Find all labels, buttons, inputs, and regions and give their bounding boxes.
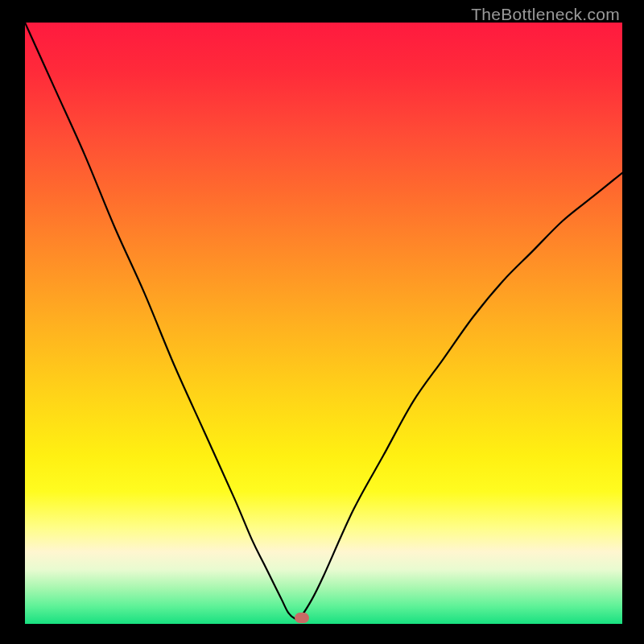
bottleneck-curve (25, 23, 622, 624)
optimal-point-marker (295, 613, 309, 623)
chart-frame: TheBottleneck.com (0, 0, 644, 644)
plot-area (25, 23, 622, 624)
watermark-text: TheBottleneck.com (471, 5, 620, 24)
